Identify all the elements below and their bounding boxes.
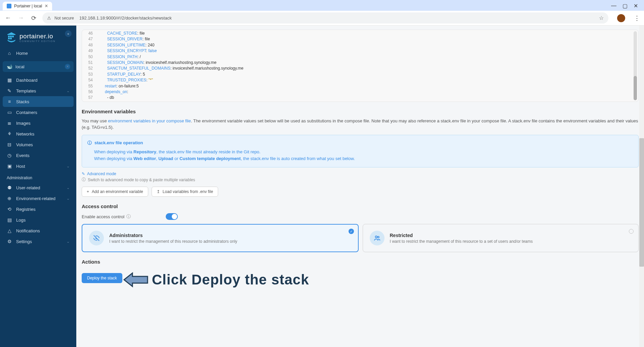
browser-tab[interactable]: Portainer | local × — [3, 2, 52, 10]
access-card-restricted[interactable]: Restricted I want to restrict the manage… — [363, 224, 639, 252]
code-line[interactable]: 57 - db — [82, 95, 638, 101]
url-bar[interactable]: ⚠ Not secure 192.168.1.18:9000/#!/2/dock… — [42, 12, 608, 24]
avatar[interactable] — [617, 14, 625, 22]
line-number: 50 — [82, 54, 98, 60]
sidebar-item-label: Events — [16, 153, 30, 158]
back-icon[interactable]: ← — [4, 14, 12, 22]
actions-title: Actions — [82, 259, 639, 265]
code-line[interactable]: 52 SANCTUM_STATEFUL_DOMAINS: invoiceshel… — [82, 66, 638, 71]
access-control-toggle[interactable] — [166, 213, 178, 220]
forward-icon[interactable]: → — [17, 14, 25, 22]
edit-icon: ✎ — [82, 171, 85, 176]
reload-icon[interactable]: ⟳ — [30, 14, 38, 22]
security-icon: ⚠ — [47, 15, 51, 21]
code-line[interactable]: 56 depends_on: — [82, 89, 638, 95]
access-control-title: Access control — [82, 203, 639, 209]
sidebar-item-environment-related[interactable]: ⊕Environment-related⌄ — [0, 193, 76, 204]
close-tab-icon[interactable]: × — [45, 3, 48, 9]
sidebar-item-label: Environment-related — [16, 196, 55, 201]
tab-title: Portainer | local — [14, 4, 42, 8]
code-line[interactable]: 46 CACHE_STORE: file — [82, 31, 638, 36]
code-line[interactable]: 53 STARTUP_DELAY: 5 — [82, 72, 638, 77]
sidebar-item-events[interactable]: ◷Events — [0, 150, 76, 161]
images-icon: ≣ — [7, 120, 12, 126]
sidebar-environment[interactable]: 🐋 local × — [3, 61, 74, 72]
code-text: SESSION_DRIVER: file — [98, 36, 150, 42]
url-text: 192.168.1.18:9000/#!/2/docker/stacks/new… — [79, 15, 172, 21]
sidebar-item-label: Registries — [16, 207, 36, 212]
sidebar-item-host[interactable]: ▣Host⌄ — [0, 161, 76, 171]
chevron-down-icon: ⌄ — [67, 239, 70, 244]
load-env-file-button[interactable]: ↥Load variables from .env file — [152, 187, 218, 197]
line-number: 46 — [82, 31, 98, 36]
sidebar-item-label: Stacks — [16, 99, 29, 104]
code-text: SESSION_DOMAIN: invoiceshelf.mariushosti… — [98, 60, 216, 66]
sidebar-item-label: Networks — [16, 131, 34, 137]
env-vars-link[interactable]: environment variables in your compose fi… — [108, 118, 191, 123]
sidebar-item-registries[interactable]: ⟲Registries — [0, 204, 76, 215]
code-text: SESSION_PATH: / — [98, 54, 141, 60]
env-close-icon[interactable]: × — [65, 64, 70, 69]
code-line[interactable]: 48 SESSION_LIFETIME: 240 — [82, 42, 638, 48]
info-title-text: stack.env file operation — [94, 140, 143, 145]
sidebar-item-images[interactable]: ≣Images — [0, 118, 76, 128]
networks-icon: ⚘ — [7, 131, 12, 137]
code-text: depends_on: — [98, 89, 128, 95]
sidebar-item-volumes[interactable]: ⊟Volumes — [0, 139, 76, 150]
sidebar-collapse-icon[interactable]: « — [65, 30, 72, 37]
line-number: 47 — [82, 36, 98, 42]
line-number: 55 — [82, 83, 98, 89]
card-title: Administrators — [109, 233, 237, 238]
code-editor[interactable]: 46 CACHE_STORE: file47 SESSION_DRIVER: f… — [82, 30, 639, 102]
card-title: Restricted — [390, 233, 533, 238]
code-line[interactable]: 55 restart: on-failure:5 — [82, 83, 638, 89]
star-icon[interactable]: ☆ — [599, 15, 604, 21]
page-scrollbar[interactable] — [639, 26, 644, 347]
line-number: 51 — [82, 60, 98, 66]
logo-subtext: COMMUNITY EDITION — [19, 40, 55, 42]
users-icon: ⚉ — [7, 185, 12, 190]
deploy-stack-button[interactable]: Deploy the stack — [82, 273, 122, 283]
code-text: SESSION_ENCRYPT: false — [98, 48, 157, 54]
sidebar-item-stacks[interactable]: ≡Stacks — [3, 96, 74, 107]
line-number: 54 — [82, 77, 98, 83]
maximize-icon[interactable]: ▢ — [622, 3, 628, 9]
sidebar-item-networks[interactable]: ⚘Networks — [0, 128, 76, 139]
sidebar-item-dashboard[interactable]: ▦Dashboard — [0, 75, 76, 85]
bell-icon: △ — [7, 228, 12, 233]
sidebar-admin-header: Administration — [0, 171, 76, 182]
add-env-var-button[interactable]: +Add an environment variable — [82, 187, 148, 197]
code-line[interactable]: 49 SESSION_ENCRYPT: false — [82, 48, 638, 54]
access-card-administrators[interactable]: Administrators I want to restrict the ma… — [82, 224, 359, 252]
minimize-icon[interactable]: — — [611, 3, 616, 9]
code-line[interactable]: 51 SESSION_DOMAIN: invoiceshelf.mariusho… — [82, 60, 638, 66]
advanced-mode-hint: ⓘSwitch to advanced mode to copy & paste… — [82, 177, 639, 183]
sidebar-item-label: Containers — [16, 110, 37, 115]
code-line[interactable]: 47 SESSION_DRIVER: file — [82, 36, 638, 42]
sidebar-item-templates[interactable]: ✎Templates⌄ — [0, 85, 76, 96]
sidebar-item-user-related[interactable]: ⚉User-related⌄ — [0, 182, 76, 193]
help-icon[interactable]: ⓘ — [126, 214, 131, 220]
kebab-menu-icon[interactable]: ⋮ — [634, 14, 640, 22]
code-line[interactable]: 54 TRUSTED_PROXIES: "*" — [82, 77, 638, 83]
advanced-mode-link[interactable]: ✎Advanced mode — [82, 171, 639, 176]
arrow-left-icon — [122, 271, 149, 288]
whale-icon: 🐋 — [7, 64, 12, 69]
sidebar-item-label: User-related — [16, 185, 40, 190]
logo[interactable]: portainer.io COMMUNITY EDITION — [0, 26, 76, 48]
sidebar-item-home[interactable]: ⌂ Home — [0, 48, 76, 59]
templates-icon: ✎ — [7, 88, 12, 93]
svg-point-6 — [377, 236, 379, 238]
events-icon: ◷ — [7, 153, 12, 158]
sidebar-item-settings[interactable]: ⚙Settings⌄ — [0, 236, 76, 247]
code-text: restart: on-failure:5 — [98, 83, 139, 89]
env-vars-desc: You may use environment variables in you… — [82, 118, 639, 131]
svg-rect-4 — [10, 38, 12, 39]
sidebar-item-notifications[interactable]: △Notifications — [0, 225, 76, 236]
security-label: Not secure — [54, 16, 74, 21]
code-line[interactable]: 50 SESSION_PATH: / — [82, 54, 638, 60]
sidebar-item-containers[interactable]: ▭Containers — [0, 107, 76, 118]
editor-scrollbar[interactable] — [634, 31, 637, 100]
sidebar-item-logs[interactable]: ▤Logs — [0, 215, 76, 225]
close-window-icon[interactable]: ✕ — [634, 3, 638, 9]
